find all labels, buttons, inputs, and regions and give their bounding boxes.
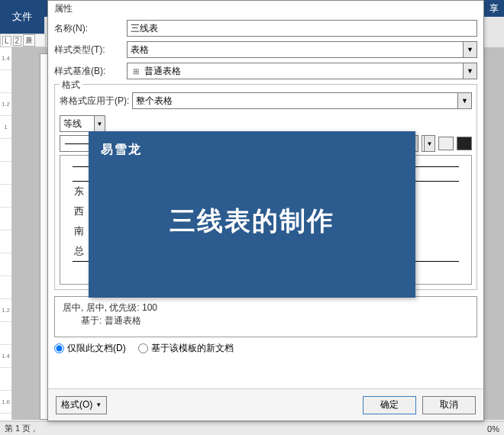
based-on-value: 普通表格 bbox=[144, 65, 181, 78]
status-zoom: 0% bbox=[487, 424, 499, 433]
tab-1[interactable]: L bbox=[2, 36, 11, 46]
cancel-button[interactable]: 取消 bbox=[422, 396, 476, 414]
style-description: 居中, 居中, 优先级: 100 基于: 普通表格 bbox=[54, 296, 477, 337]
font-combo[interactable]: 等线▼ bbox=[60, 115, 105, 132]
vertical-ruler: 1.41.21 1.21.41.6 bbox=[0, 47, 12, 420]
fill-swatch[interactable] bbox=[438, 137, 454, 150]
name-input[interactable] bbox=[127, 20, 477, 37]
chevron-down-icon: ▼ bbox=[463, 42, 477, 57]
chevron-down-icon: ▼ bbox=[463, 63, 477, 79]
status-bar: 第 1 页 , 0% bbox=[0, 421, 504, 435]
radio-this-doc[interactable]: 仅限此文档(D) bbox=[54, 342, 126, 355]
format-legend: 格式 bbox=[60, 79, 82, 92]
name-label: 名称(N): bbox=[54, 22, 127, 35]
overlay-title: 三线表的制作 bbox=[89, 204, 415, 239]
file-menu[interactable]: 文件 bbox=[0, 0, 44, 34]
scope-radios: 仅限此文档(D) 基于该模板的新文档 bbox=[54, 342, 477, 355]
ok-button[interactable]: 确定 bbox=[363, 396, 416, 414]
tab-2[interactable]: 2 bbox=[13, 36, 22, 46]
apply-to-value: 整个表格 bbox=[136, 95, 173, 108]
style-type-label: 样式类型(T): bbox=[54, 44, 127, 56]
chevron-down-icon: ▼ bbox=[424, 136, 435, 151]
overlay-logo: 易雪龙 bbox=[89, 131, 415, 158]
radio-template[interactable]: 基于该模板的新文档 bbox=[138, 342, 234, 355]
font-toolbar: 等线▼ bbox=[60, 115, 472, 132]
overlay-banner: 易雪龙 三线表的制作 bbox=[89, 131, 415, 298]
apply-to-combo[interactable]: 整个表格 ▼ bbox=[132, 92, 472, 109]
tab-3[interactable]: 兼 bbox=[23, 34, 35, 47]
doc-tabs: L 2 兼 bbox=[0, 34, 46, 47]
style-type-combo[interactable]: 表格 ▼ bbox=[127, 41, 477, 58]
chevron-down-icon: ▼ bbox=[94, 116, 105, 131]
style-type-value: 表格 bbox=[131, 44, 149, 56]
format-menu-button[interactable]: 格式(O)▼ bbox=[56, 396, 107, 414]
based-on-combo[interactable]: ⊞ 普通表格 ▼ bbox=[127, 63, 477, 79]
chevron-down-icon: ▼ bbox=[95, 401, 102, 408]
fill-swatch-dark[interactable] bbox=[457, 137, 472, 150]
apply-to-label: 将格式应用于(P): bbox=[60, 95, 132, 108]
chevron-down-icon: ▼ bbox=[457, 93, 471, 108]
dialog-footer: 格式(O)▼ 确定 取消 bbox=[48, 388, 483, 420]
table-icon: ⊞ bbox=[131, 67, 141, 76]
based-on-label: 样式基准(B): bbox=[54, 65, 127, 78]
border-button[interactable]: ▼ bbox=[422, 135, 435, 152]
props-heading: 属性 bbox=[54, 2, 477, 15]
share-button[interactable]: 享 bbox=[484, 0, 504, 17]
status-page: 第 1 页 , bbox=[5, 423, 35, 434]
